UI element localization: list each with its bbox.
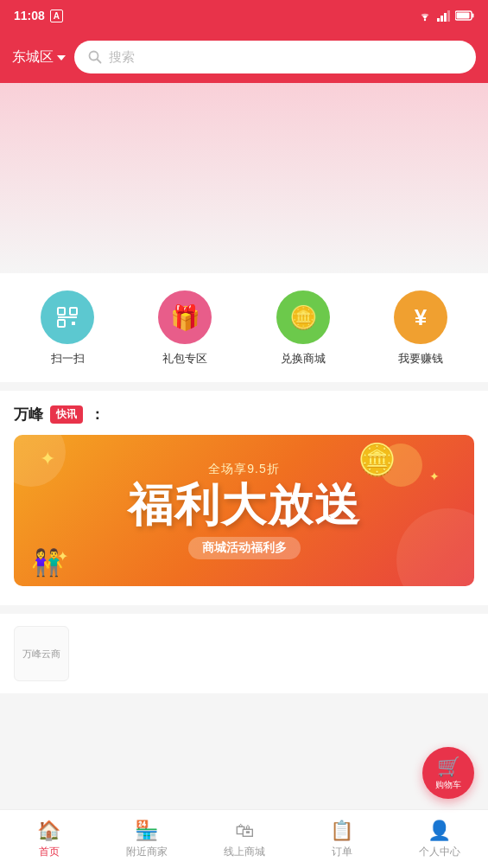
status-time: 11:08 bbox=[14, 9, 45, 22]
location-button[interactable]: 东城区 bbox=[12, 48, 66, 67]
float-cart-button[interactable]: 🛒 购物车 bbox=[422, 747, 474, 799]
scan-label: 扫一扫 bbox=[51, 351, 85, 367]
profile-icon: 👤 bbox=[428, 820, 451, 842]
quick-item-exchange[interactable]: 🪙 兑换商城 bbox=[276, 290, 330, 367]
earn-icon: ¥ bbox=[415, 304, 427, 331]
chevron-down-icon bbox=[57, 55, 66, 61]
news-colon: ： bbox=[90, 405, 105, 424]
news-section: 万峰 快讯 ： ✦ ✦ ✦ 🪙 👫 全场享9.5折 福利大放送 商城活动福利多 bbox=[0, 391, 488, 605]
gift-icon-circle: 🎁 bbox=[158, 290, 212, 344]
svg-line-9 bbox=[98, 60, 101, 63]
svg-rect-4 bbox=[447, 10, 450, 22]
svg-rect-3 bbox=[444, 13, 447, 22]
scan-icon bbox=[54, 304, 80, 330]
quick-item-gift[interactable]: 🎁 礼包专区 bbox=[158, 290, 212, 367]
promo-main-text: 福利大放送 bbox=[14, 481, 474, 530]
exchange-icon: 🪙 bbox=[289, 304, 317, 331]
nav-item-online[interactable]: 🛍 线上商城 bbox=[195, 810, 293, 868]
promo-sub-badge: 商城活动福利多 bbox=[188, 537, 301, 559]
exchange-label: 兑换商城 bbox=[281, 351, 326, 367]
battery-icon bbox=[455, 10, 474, 21]
svg-rect-14 bbox=[72, 322, 75, 325]
orders-label: 订单 bbox=[332, 845, 352, 859]
signal-icon bbox=[437, 10, 451, 22]
svg-rect-10 bbox=[58, 308, 65, 315]
shop-logo: 万峰云商 bbox=[14, 626, 69, 681]
svg-rect-6 bbox=[472, 14, 474, 18]
nav-item-orders[interactable]: 📋 订单 bbox=[293, 810, 390, 868]
nav-item-home[interactable]: 🏠 首页 bbox=[0, 810, 98, 868]
quick-menu: 扫一扫 🎁 礼包专区 🪙 兑换商城 ¥ 我要赚钱 bbox=[0, 273, 488, 382]
profile-label: 个人中心 bbox=[419, 845, 460, 859]
orders-icon: 📋 bbox=[330, 820, 353, 842]
nav-item-profile[interactable]: 👤 个人中心 bbox=[390, 810, 488, 868]
banner-area bbox=[0, 83, 488, 273]
svg-rect-2 bbox=[440, 16, 443, 22]
search-bar[interactable]: 搜索 bbox=[74, 41, 476, 73]
gift-icon: 🎁 bbox=[170, 303, 200, 332]
online-label: 线上商城 bbox=[224, 845, 265, 859]
earn-label: 我要赚钱 bbox=[398, 351, 443, 367]
search-icon bbox=[88, 50, 102, 64]
status-bar: 11:08 A bbox=[0, 0, 488, 31]
bottom-nav: 🏠 首页 🏪 附近商家 🛍 线上商城 📋 订单 👤 个人中心 bbox=[0, 809, 488, 868]
svg-rect-11 bbox=[70, 308, 77, 315]
cart-label: 购物车 bbox=[435, 779, 461, 791]
status-a-badge: A bbox=[50, 10, 63, 22]
shop-row[interactable]: 万峰云商 bbox=[0, 614, 488, 693]
gift-label: 礼包专区 bbox=[162, 351, 207, 367]
search-placeholder: 搜索 bbox=[109, 49, 135, 66]
cart-icon: 🛒 bbox=[437, 756, 460, 778]
svg-point-0 bbox=[424, 19, 426, 21]
nearby-icon: 🏪 bbox=[135, 820, 158, 842]
scan-icon-circle bbox=[41, 290, 94, 344]
promo-banner[interactable]: ✦ ✦ ✦ 🪙 👫 全场享9.5折 福利大放送 商城活动福利多 bbox=[14, 435, 474, 586]
quick-item-earn[interactable]: ¥ 我要赚钱 bbox=[394, 290, 447, 367]
online-icon: 🛍 bbox=[235, 820, 254, 842]
svg-rect-1 bbox=[437, 18, 440, 22]
news-header: 万峰 快讯 ： bbox=[14, 405, 474, 424]
news-title: 万峰 bbox=[14, 405, 43, 424]
status-right bbox=[417, 10, 474, 22]
status-left: 11:08 A bbox=[14, 9, 63, 22]
header: 东城区 搜索 bbox=[0, 31, 488, 83]
nearby-label: 附近商家 bbox=[126, 845, 168, 859]
earn-icon-circle: ¥ bbox=[394, 290, 447, 344]
promo-content: 全场享9.5折 福利大放送 商城活动福利多 bbox=[14, 462, 474, 559]
news-badge: 快讯 bbox=[50, 405, 83, 424]
exchange-icon-circle: 🪙 bbox=[276, 290, 330, 344]
svg-rect-12 bbox=[58, 320, 65, 327]
home-icon: 🏠 bbox=[37, 820, 60, 842]
nav-item-nearby[interactable]: 🏪 附近商家 bbox=[98, 810, 195, 868]
home-label: 首页 bbox=[39, 845, 60, 859]
quick-item-scan[interactable]: 扫一扫 bbox=[41, 290, 94, 367]
promo-discount-text: 全场享9.5折 bbox=[14, 462, 474, 477]
wifi-icon bbox=[417, 10, 433, 22]
location-text: 东城区 bbox=[12, 48, 54, 67]
svg-rect-7 bbox=[457, 13, 470, 19]
